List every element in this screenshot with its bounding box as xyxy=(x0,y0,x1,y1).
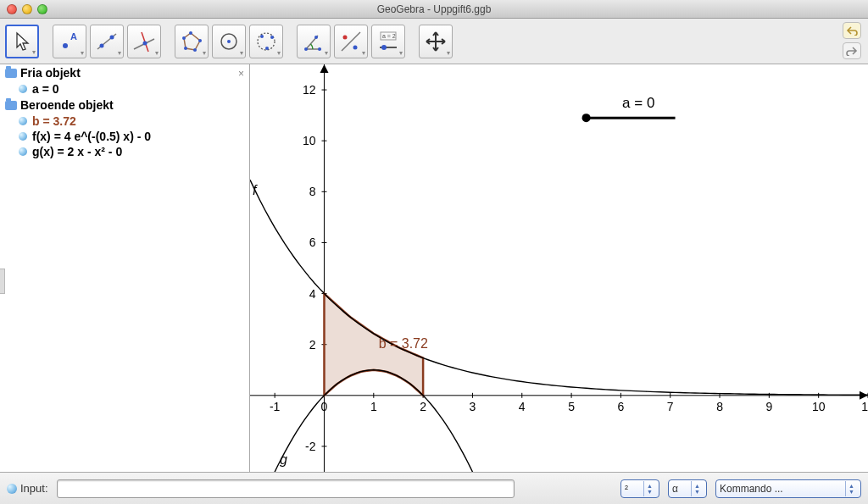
svg-point-11 xyxy=(193,48,197,52)
svg-text:a = 2: a = 2 xyxy=(382,33,396,39)
svg-text:3: 3 xyxy=(470,400,476,413)
svg-point-9 xyxy=(189,31,192,35)
plot-svg: -101234567891011-224681012fgb = 3.72a = … xyxy=(250,64,868,472)
free-objects-group[interactable]: Fria objekt xyxy=(0,64,249,81)
svg-text:10: 10 xyxy=(303,134,316,147)
command-combo-label: Kommando ... xyxy=(720,483,783,495)
svg-text:8: 8 xyxy=(716,400,723,413)
graphics-view[interactable]: -101234567891011-224681012fgb = 3.72a = … xyxy=(250,64,868,472)
input-label: Input: xyxy=(7,482,48,495)
svg-point-22 xyxy=(314,36,318,39)
command-combo[interactable]: Kommando ... ▲▼ xyxy=(715,479,861,498)
svg-point-3 xyxy=(100,43,104,47)
algebra-item-text: g(x) = 2 x - x² - 0 xyxy=(32,145,122,158)
svg-point-13 xyxy=(182,36,186,40)
svg-point-25 xyxy=(353,45,358,49)
svg-point-15 xyxy=(227,40,231,43)
close-window-button[interactable] xyxy=(7,4,17,14)
algebra-item-b[interactable]: b = 3.72 xyxy=(0,114,249,129)
redo-button[interactable] xyxy=(843,42,861,59)
tool-line[interactable]: ▾ xyxy=(90,25,124,58)
svg-text:10: 10 xyxy=(812,400,826,413)
bullet-icon xyxy=(19,132,27,141)
tool-move[interactable]: ▾ xyxy=(5,25,39,58)
tool-perpendicular[interactable]: ▾ xyxy=(127,25,161,58)
svg-point-21 xyxy=(318,47,321,51)
algebra-item-a[interactable]: a = 0 xyxy=(0,81,249,97)
svg-text:12: 12 xyxy=(303,83,316,97)
zoom-window-button[interactable] xyxy=(37,4,47,14)
bullet-icon xyxy=(19,117,27,125)
tool-reflect[interactable]: ▾ xyxy=(334,25,368,58)
svg-text:0: 0 xyxy=(321,400,328,413)
svg-text:A: A xyxy=(70,31,77,42)
toolbar: ▾ A ▾ ▾ ▾ ▾ ▾ ▾ ▾ xyxy=(0,19,868,64)
input-label-text: Input: xyxy=(20,482,48,495)
tool-slider[interactable]: a = 2 ▾ xyxy=(371,25,405,58)
svg-text:4: 4 xyxy=(309,287,316,301)
svg-text:11: 11 xyxy=(861,400,868,413)
algebra-item-f[interactable]: f(x) = 4 e^(-(0.5) x) - 0 xyxy=(0,129,249,144)
tool-translate-view[interactable]: ▾ xyxy=(419,25,453,58)
svg-point-20 xyxy=(304,47,308,51)
svg-text:f: f xyxy=(253,183,258,197)
svg-point-12 xyxy=(184,47,187,50)
tool-angle[interactable]: ▾ xyxy=(297,25,331,58)
input-bar: Input: ² ▲▼ α ▲▼ Kommando ... ▲▼ xyxy=(0,472,868,504)
alpha-combo-label: α xyxy=(672,483,678,495)
svg-text:g: g xyxy=(280,452,287,467)
close-icon[interactable]: × xyxy=(238,68,244,80)
dependent-objects-label: Beroende objekt xyxy=(20,98,114,112)
svg-text:-1: -1 xyxy=(270,400,281,413)
toolbar-right xyxy=(843,22,861,59)
svg-text:2: 2 xyxy=(420,400,426,413)
svg-line-23 xyxy=(342,32,360,51)
minimize-window-button[interactable] xyxy=(22,4,32,14)
svg-text:7: 7 xyxy=(667,400,674,413)
algebra-item-text: b = 3.72 xyxy=(32,114,76,128)
tool-circle-center[interactable]: ▾ xyxy=(212,25,246,58)
resize-handle[interactable] xyxy=(0,269,5,294)
svg-point-17 xyxy=(260,35,264,38)
free-objects-label: Fria objekt xyxy=(20,66,81,80)
combo-arrows-icon: ▲▼ xyxy=(643,481,655,496)
exponent-combo-label: ² xyxy=(625,483,628,495)
bullet-icon xyxy=(19,147,27,156)
svg-point-27 xyxy=(381,45,387,50)
folder-icon xyxy=(5,69,17,78)
svg-point-0 xyxy=(63,43,68,48)
svg-text:8: 8 xyxy=(309,185,316,198)
svg-point-18 xyxy=(270,36,274,39)
alpha-combo[interactable]: α ▲▼ xyxy=(668,479,707,498)
window-controls xyxy=(7,4,47,14)
undo-button[interactable] xyxy=(843,22,861,39)
folder-icon xyxy=(5,101,17,110)
svg-text:a = 0: a = 0 xyxy=(622,95,654,111)
svg-text:b = 3.72: b = 3.72 xyxy=(379,336,428,351)
algebra-item-text: a = 0 xyxy=(32,82,59,96)
svg-text:1: 1 xyxy=(370,400,377,413)
svg-text:5: 5 xyxy=(568,400,575,413)
algebra-item-text: f(x) = 4 e^(-(0.5) x) - 0 xyxy=(32,130,151,143)
svg-point-10 xyxy=(198,39,202,42)
dependent-objects-group[interactable]: Beroende objekt xyxy=(0,97,249,114)
algebra-item-g[interactable]: g(x) = 2 x - x² - 0 xyxy=(0,144,249,159)
tool-point[interactable]: A ▾ xyxy=(53,25,86,58)
tool-polygon[interactable]: ▾ xyxy=(175,25,209,58)
titlebar: GeoGebra - Uppgift6.ggb xyxy=(0,0,868,19)
svg-text:-2: -2 xyxy=(305,440,316,453)
combo-arrows-icon: ▲▼ xyxy=(691,481,703,496)
combo-arrows-icon: ▲▼ xyxy=(845,481,857,496)
svg-point-78 xyxy=(582,114,591,122)
svg-point-7 xyxy=(143,41,147,45)
svg-text:6: 6 xyxy=(309,235,316,249)
algebra-view[interactable]: × Fria objekt a = 0 Beroende objekt b = … xyxy=(0,64,250,472)
exponent-combo[interactable]: ² ▲▼ xyxy=(620,479,659,498)
svg-point-19 xyxy=(265,47,269,50)
main-area: × Fria objekt a = 0 Beroende objekt b = … xyxy=(0,64,868,472)
tool-ellipse[interactable]: ▾ xyxy=(249,25,283,58)
command-input[interactable] xyxy=(57,479,515,498)
svg-point-4 xyxy=(110,35,114,39)
svg-marker-33 xyxy=(320,64,328,73)
bullet-icon xyxy=(19,85,27,93)
